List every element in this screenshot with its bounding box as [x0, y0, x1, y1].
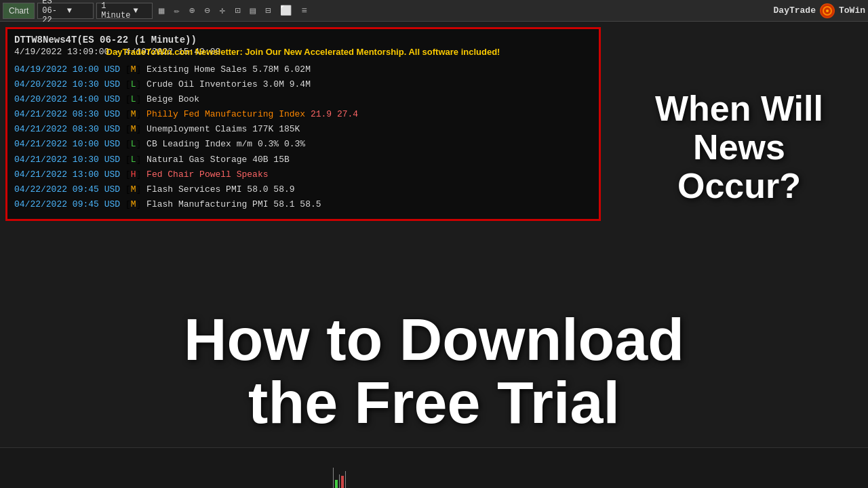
compare-icon[interactable]: ▤ [247, 3, 259, 18]
news-row: 04/22/2022 09:45 USD [M] Flash Manufactu… [14, 197, 592, 212]
news-row: 04/20/2022 10:30 USD [L] Crude Oil Inven… [14, 77, 592, 92]
news-impact: L [131, 79, 136, 89]
news-values: 21.9 27.4 [311, 109, 358, 119]
news-currency: USD [104, 79, 120, 89]
news-date: 04/20/2022 [14, 79, 67, 89]
bottom-headline: How to Download the Free Trial [0, 308, 868, 434]
news-row: 04/21/2022 08:30 USD [M] Philly Fed Manu… [14, 107, 592, 122]
news-values: 58.0 58.9 [247, 184, 294, 195]
timeframe-label: 1 Minute [101, 1, 130, 20]
logo-icon [820, 3, 835, 18]
news-date: 04/21/2022 [14, 109, 67, 119]
logo-suffix: ToWin [839, 5, 865, 16]
news-time: 14:00 [73, 94, 99, 104]
news-impact: M [131, 184, 136, 195]
zoom-out-icon[interactable]: ⊖ [201, 3, 213, 18]
bottom-headline-line1: How to Download [0, 308, 868, 371]
news-time: 10:30 [73, 155, 99, 165]
news-event: CB Leading Index m/m [146, 139, 252, 149]
news-impact: M [131, 199, 136, 209]
candle-wick-2 [339, 474, 340, 488]
news-event: Beige Book [146, 94, 199, 104]
news-currency: USD [104, 94, 120, 104]
news-currency: USD [104, 169, 120, 180]
news-event: Existing Home Sales [146, 64, 247, 75]
news-event: Unemployment Claims [146, 124, 247, 134]
zoom-in-icon[interactable]: ⊕ [186, 3, 198, 18]
news-row: 04/21/2022 13:00 USD [H] Fed Chair Powel… [14, 167, 592, 182]
news-time: 08:30 [73, 124, 99, 134]
news-date: 04/22/2022 [14, 199, 67, 209]
menu-icon[interactable]: ≡ [298, 4, 310, 18]
logo: DayTrade ToWin [774, 3, 865, 18]
symbol-dropdown-arrow: ▼ [67, 6, 89, 16]
candle-area [271, 447, 407, 488]
news-date: 04/19/2022 [14, 64, 67, 75]
news-impact: H [131, 169, 136, 180]
candle-body-2 [341, 476, 344, 488]
bottom-headline-line2: the Free Trial [0, 371, 868, 434]
news-values: 0.3% 0.3% [258, 139, 305, 149]
timeframe-dropdown-arrow: ▼ [133, 6, 148, 16]
news-currency: USD [104, 124, 120, 134]
news-row: 04/22/2022 09:45 USD [M] Flash Services … [14, 182, 592, 197]
news-currency: USD [104, 184, 120, 195]
news-currency: USD [104, 109, 120, 119]
chart-title: DTTW8News4T(ES 06-22 (1 Minute)) [14, 35, 592, 45]
news-event: Natural Gas Storage [146, 155, 247, 165]
logo-company: DayTrade [774, 5, 816, 16]
news-impact: L [131, 94, 136, 104]
news-time: 10:30 [73, 79, 99, 89]
news-event: Crude Oil Inventories [146, 79, 258, 89]
news-list: 04/19/2022 10:00 USD [M] Existing Home S… [14, 62, 592, 212]
template-icon[interactable]: ⬜ [277, 3, 295, 18]
news-impact: M [131, 109, 136, 119]
timeframe-dropdown[interactable]: 1 Minute ▼ [96, 3, 153, 19]
news-date: 04/21/2022 [14, 124, 67, 134]
snapshot-icon[interactable]: ⊡ [231, 3, 243, 18]
news-row: 04/21/2022 10:00 USD [L] CB Leading Inde… [14, 137, 592, 152]
news-date: 04/20/2022 [14, 94, 67, 104]
bottom-chart-strip [0, 447, 868, 488]
news-values: 177K 185K [252, 124, 300, 134]
news-impact: L [131, 155, 136, 165]
news-row: 04/20/2022 14:00 USD [L] Beige Book [14, 92, 592, 107]
news-event: Fed Chair Powell Speaks [146, 169, 268, 180]
news-currency: USD [104, 199, 120, 209]
svg-point-2 [826, 9, 829, 12]
news-impact: L [131, 139, 136, 149]
news-values: 40B 15B [252, 155, 290, 165]
news-impact: M [131, 124, 136, 134]
news-currency: USD [104, 139, 120, 149]
right-headline: When Will News Occur? [631, 89, 848, 206]
main-area: DTTW8News4T(ES 06-22 (1 Minute)) 4/19/20… [0, 22, 868, 488]
candle-wick-1 [333, 468, 334, 488]
news-event: Flash Manufacturing PMI [146, 199, 268, 209]
crosshair-icon[interactable]: ✛ [216, 3, 229, 18]
news-panel: DTTW8News4T(ES 06-22 (1 Minute)) 4/19/20… [5, 27, 601, 221]
right-headline-line2: News Occur? [631, 128, 848, 205]
chart-range: 4/19/2022 13:09:00 - 4/19/2022 15:49:00 [14, 47, 592, 57]
draw-icon[interactable]: ✏ [170, 3, 182, 18]
news-time: 09:45 [73, 184, 99, 195]
news-date: 04/21/2022 [14, 155, 67, 165]
news-event: Flash Services PMI [146, 184, 241, 195]
chart-button[interactable]: Chart [3, 3, 35, 19]
toolbar: Chart ES 06-22 ▼ 1 Minute ▼ ▦ ✏ ⊕ ⊖ ✛ ⊡ … [0, 0, 868, 22]
news-date: 04/21/2022 [14, 169, 67, 180]
news-row: 04/21/2022 10:30 USD [L] Natural Gas Sto… [14, 152, 592, 167]
news-impact: M [131, 64, 136, 75]
news-date: 04/21/2022 [14, 139, 67, 149]
symbol-dropdown[interactable]: ES 06-22 ▼ [37, 3, 94, 19]
news-time: 13:00 [73, 169, 99, 180]
news-currency: USD [104, 155, 120, 165]
indicator-icon[interactable]: ⊟ [262, 3, 274, 18]
news-date: 04/22/2022 [14, 184, 67, 195]
candle-wick-3 [345, 471, 346, 488]
news-values: 58.1 58.5 [273, 199, 321, 209]
news-time: 10:00 [73, 64, 99, 75]
news-currency: USD [104, 64, 120, 75]
news-row: 04/19/2022 10:00 USD [M] Existing Home S… [14, 62, 592, 77]
right-headline-line1: When Will [631, 89, 848, 128]
bar-chart-icon[interactable]: ▦ [155, 3, 167, 18]
